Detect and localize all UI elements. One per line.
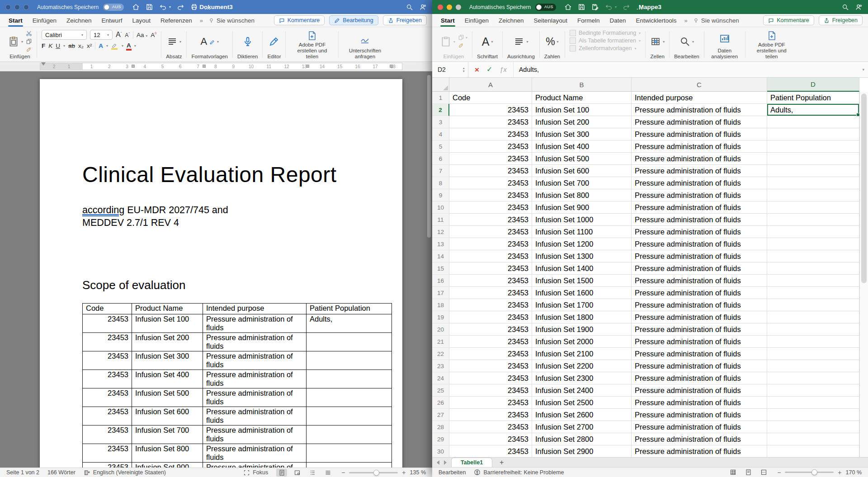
view-normal-icon[interactable]: [727, 468, 738, 476]
excel-cell-D20[interactable]: [767, 323, 859, 336]
excel-row-header-9[interactable]: 9: [432, 189, 449, 201]
excel-cell-D21[interactable]: [767, 336, 859, 348]
table-column-marker-icon[interactable]: [132, 65, 135, 68]
print-icon[interactable]: [190, 3, 198, 11]
excel-cell-D16[interactable]: [767, 275, 859, 287]
view-reading-icon[interactable]: [292, 469, 302, 477]
excel-cell-A19[interactable]: 23453: [449, 311, 532, 323]
excel-cell-C5[interactable]: Pressure administration of fluids: [632, 140, 767, 153]
cancel-entry-icon[interactable]: ×: [475, 66, 479, 74]
excel-cell-C19[interactable]: Pressure administration of fluids: [632, 311, 767, 323]
excel-cell-C20[interactable]: Pressure administration of fluids: [632, 323, 767, 336]
excel-cell-C2[interactable]: Pressure administration of fluids: [632, 104, 767, 116]
excel-cell-B30[interactable]: Infusion Set 2900: [532, 445, 632, 457]
excel-cell-B6[interactable]: Infusion Set 500: [532, 153, 632, 165]
excel-cell-C1[interactable]: Intended purpose: [632, 92, 767, 104]
format-painter-icon[interactable]: [26, 47, 32, 53]
excel-cell-C26[interactable]: Pressure administration of fluids: [632, 397, 767, 409]
accessibility-status[interactable]: Barrierefreiheit: Keine Probleme: [474, 469, 564, 476]
excel-cell-D6[interactable]: [767, 153, 859, 165]
minimize-window-icon[interactable]: [447, 5, 452, 10]
select-all-corner[interactable]: [432, 78, 449, 92]
excel-cell-D27[interactable]: [767, 409, 859, 421]
excel-tab-entwicklertools[interactable]: Entwicklertools: [631, 14, 681, 27]
shrink-font-button[interactable]: Aˇ: [125, 32, 130, 38]
excel-row-header-13[interactable]: 13: [432, 238, 449, 250]
excel-cell-C3[interactable]: Pressure administration of fluids: [632, 116, 767, 128]
excel-row-header-12[interactable]: 12: [432, 226, 449, 238]
underline-chevron-icon[interactable]: ▾: [63, 44, 65, 48]
excel-row-header-20[interactable]: 20: [432, 323, 449, 336]
font-a-icon[interactable]: A: [482, 36, 490, 47]
zoom-out-icon[interactable]: −: [777, 469, 781, 476]
excel-cell-A6[interactable]: 23453: [449, 153, 532, 165]
excel-cell-C18[interactable]: Pressure administration of fluids: [632, 299, 767, 311]
clear-formatting-button[interactable]: A◊: [151, 31, 156, 38]
zoom-window-icon[interactable]: [24, 5, 29, 10]
excel-cell-C4[interactable]: Pressure administration of fluids: [632, 128, 767, 140]
excel-traffic-lights[interactable]: [438, 5, 461, 10]
excel-cell-B14[interactable]: Infusion Set 1300: [532, 250, 632, 262]
excel-cell-D11[interactable]: [767, 214, 859, 226]
redo-icon[interactable]: [623, 3, 630, 11]
excel-cell-C27[interactable]: Pressure administration of fluids: [632, 409, 767, 421]
font-color-chevron-icon[interactable]: ▾: [134, 44, 136, 48]
redo-icon[interactable]: [177, 3, 184, 11]
language-status[interactable]: Englisch (Vereinigte Staaten): [84, 469, 166, 476]
excel-cell-D5[interactable]: [767, 140, 859, 153]
excel-row-header-18[interactable]: 18: [432, 299, 449, 311]
excel-cell-C29[interactable]: Pressure administration of fluids: [632, 433, 767, 445]
excel-cell-C25[interactable]: Pressure administration of fluids: [632, 384, 767, 397]
excel-tab-start[interactable]: Start: [436, 14, 460, 27]
excel-cell-C30[interactable]: Pressure administration of fluids: [632, 445, 767, 457]
excel-cell-B21[interactable]: Infusion Set 2000: [532, 336, 632, 348]
text-effects-button[interactable]: A: [99, 42, 103, 49]
cells-chevron-icon[interactable]: ▾: [663, 40, 665, 44]
excel-cell-A3[interactable]: 23453: [449, 116, 532, 128]
excel-cell-C8[interactable]: Pressure administration of fluids: [632, 177, 767, 189]
excel-cell-D4[interactable]: [767, 128, 859, 140]
autosave-toggle[interactable]: AUS: [103, 4, 124, 11]
excel-tab-overflow-icon[interactable]: »: [682, 17, 690, 24]
excel-cell-C17[interactable]: Pressure administration of fluids: [632, 287, 767, 299]
excel-cell-B17[interactable]: Infusion Set 1600: [532, 287, 632, 299]
underline-button[interactable]: U: [56, 42, 60, 49]
view-page-layout-icon[interactable]: [743, 468, 754, 476]
zoom-slider[interactable]: [785, 472, 834, 473]
view-page-break-icon[interactable]: [758, 468, 769, 476]
excel-row-header-2[interactable]: 2: [432, 104, 449, 116]
font-color-button[interactable]: A: [127, 42, 131, 49]
excel-row-header-26[interactable]: 26: [432, 397, 449, 409]
excel-cell-B15[interactable]: Infusion Set 1400: [532, 262, 632, 275]
excel-cell-D22[interactable]: [767, 348, 859, 360]
excel-cell-D2[interactable]: Adults,: [767, 104, 859, 116]
page-count[interactable]: Seite 1 von 2: [6, 469, 39, 476]
excel-cell-C10[interactable]: Pressure administration of fluids: [632, 201, 767, 214]
excel-cell-C16[interactable]: Pressure administration of fluids: [632, 275, 767, 287]
excel-cell-C28[interactable]: Pressure administration of fluids: [632, 421, 767, 433]
excel-cell-C24[interactable]: Pressure administration of fluids: [632, 372, 767, 384]
accept-entry-icon[interactable]: ✓: [486, 66, 492, 73]
excel-tab-zeichnen[interactable]: Zeichnen: [494, 14, 529, 27]
search-icon[interactable]: [842, 4, 849, 11]
zoom-knob[interactable]: [811, 469, 817, 475]
save-as-icon[interactable]: [591, 3, 599, 11]
signature-icon[interactable]: [359, 33, 370, 44]
excel-cell-A15[interactable]: 23453: [449, 262, 532, 275]
font-name-select[interactable]: Calibri ▾: [42, 30, 87, 40]
excel-cell-D26[interactable]: [767, 397, 859, 409]
autosave-toggle[interactable]: AUS: [535, 4, 556, 11]
adobe-pdf-icon[interactable]: [766, 30, 777, 41]
excel-cell-C6[interactable]: Pressure administration of fluids: [632, 153, 767, 165]
share-button[interactable]: Freigeben: [383, 15, 427, 25]
highlight-color-button[interactable]: [111, 42, 118, 49]
undo-icon[interactable]: [159, 3, 167, 11]
excel-row-header-1[interactable]: 1: [432, 92, 449, 104]
excel-cell-A12[interactable]: 23453: [449, 226, 532, 238]
excel-row-header-11[interactable]: 11: [432, 214, 449, 226]
strikethrough-button[interactable]: ab: [68, 42, 75, 49]
comments-button[interactable]: Kommentare: [763, 15, 814, 25]
word-tab-start[interactable]: Start: [4, 14, 28, 27]
excel-row-header-3[interactable]: 3: [432, 116, 449, 128]
adobe-pdf-icon[interactable]: [307, 30, 317, 41]
